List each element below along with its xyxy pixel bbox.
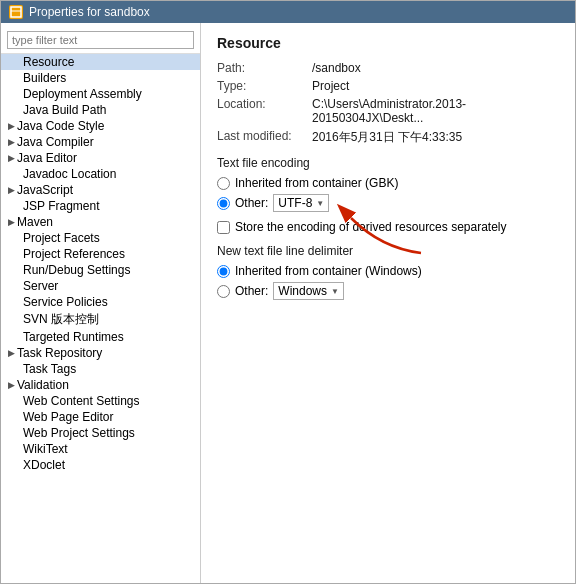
encoding-dropdown[interactable]: UTF-8 ▼ — [273, 194, 329, 212]
sidebar-item-web-content-settings[interactable]: Web Content Settings — [1, 393, 200, 409]
sidebar-item-label-web-content-settings: Web Content Settings — [21, 394, 140, 408]
sidebar-item-web-project-settings[interactable]: Web Project Settings — [1, 425, 200, 441]
newline-dropdown[interactable]: Windows ▼ — [273, 282, 344, 300]
sidebar-item-label-service-policies: Service Policies — [21, 295, 108, 309]
right-panel: Resource Path:/sandboxType:ProjectLocati… — [201, 23, 575, 583]
sidebar-item-label-targeted-runtimes: Targeted Runtimes — [21, 330, 124, 344]
expand-arrow-java-editor: ▶ — [1, 153, 15, 163]
sidebar-item-task-repository[interactable]: ▶Task Repository — [1, 345, 200, 361]
sidebar-item-project-facets[interactable]: Project Facets — [1, 230, 200, 246]
sidebar-item-targeted-runtimes[interactable]: Targeted Runtimes — [1, 329, 200, 345]
expand-arrow-task-repository: ▶ — [1, 348, 15, 358]
sidebar-item-run-debug-settings[interactable]: Run/Debug Settings — [1, 262, 200, 278]
sidebar-item-svn[interactable]: SVN 版本控制 — [1, 310, 200, 329]
property-row: Type:Project — [217, 79, 559, 93]
sidebar-item-validation[interactable]: ▶Validation — [1, 377, 200, 393]
sidebar-item-label-run-debug-settings: Run/Debug Settings — [21, 263, 130, 277]
encoding-radio2-label: Other: — [235, 196, 268, 210]
property-label: Path: — [217, 61, 312, 75]
sidebar-item-label-web-project-settings: Web Project Settings — [21, 426, 135, 440]
encoding-dropdown-arrow: ▼ — [316, 199, 324, 208]
sidebar-item-server[interactable]: Server — [1, 278, 200, 294]
property-label: Last modified: — [217, 129, 312, 146]
newline-dropdown-value: Windows — [278, 284, 327, 298]
encoding-radio1[interactable] — [217, 177, 230, 190]
sidebar-item-wikitext[interactable]: WikiText — [1, 441, 200, 457]
sidebar-item-java-compiler[interactable]: ▶Java Compiler — [1, 134, 200, 150]
filter-wrap[interactable] — [1, 27, 200, 54]
property-value: /sandbox — [312, 61, 361, 75]
panel-title: Resource — [217, 35, 559, 51]
filter-input[interactable] — [7, 31, 194, 49]
sidebar-item-builders[interactable]: Builders — [1, 70, 200, 86]
expand-arrow-java-compiler: ▶ — [1, 137, 15, 147]
sidebar[interactable]: ResourceBuildersDeployment AssemblyJava … — [1, 23, 201, 583]
sidebar-item-label-java-code-style: Java Code Style — [15, 119, 104, 133]
sidebar-item-label-java-build-path: Java Build Path — [21, 103, 106, 117]
newline-radio2[interactable] — [217, 285, 230, 298]
property-row: Last modified:2016年5月31日 下午4:33:35 — [217, 129, 559, 146]
encoding-radio1-row[interactable]: Inherited from container (GBK) — [217, 176, 559, 190]
sidebar-item-label-resource: Resource — [21, 55, 74, 69]
sidebar-item-maven[interactable]: ▶Maven — [1, 214, 200, 230]
sidebar-item-service-policies[interactable]: Service Policies — [1, 294, 200, 310]
sidebar-item-label-java-editor: Java Editor — [15, 151, 77, 165]
sidebar-item-label-builders: Builders — [21, 71, 66, 85]
sidebar-item-label-task-tags: Task Tags — [21, 362, 76, 376]
sidebar-item-xdoclet[interactable]: XDoclet — [1, 457, 200, 473]
encoding-checkbox-label: Store the encoding of derived resources … — [235, 220, 507, 234]
sidebar-item-label-project-facets: Project Facets — [21, 231, 100, 245]
encoding-radio2-row[interactable]: Other: UTF-8 ▼ — [217, 194, 559, 212]
sidebar-item-label-deployment-assembly: Deployment Assembly — [21, 87, 142, 101]
sidebar-item-label-server: Server — [21, 279, 58, 293]
newline-section-header: New text file line delimiter — [217, 244, 559, 258]
sidebar-item-label-jsp-fragment: JSP Fragment — [21, 199, 99, 213]
sidebar-item-web-page-editor[interactable]: Web Page Editor — [1, 409, 200, 425]
content-area: ResourceBuildersDeployment AssemblyJava … — [1, 23, 575, 583]
sidebar-item-javadoc-location[interactable]: Javadoc Location — [1, 166, 200, 182]
properties-window: Properties for sandbox ResourceBuildersD… — [0, 0, 576, 584]
property-label: Location: — [217, 97, 312, 125]
expand-arrow-validation: ▶ — [1, 380, 15, 390]
sidebar-item-label-java-compiler: Java Compiler — [15, 135, 94, 149]
sidebar-item-java-build-path[interactable]: Java Build Path — [1, 102, 200, 118]
property-label: Type: — [217, 79, 312, 93]
tree-container: ResourceBuildersDeployment AssemblyJava … — [1, 54, 200, 473]
sidebar-item-java-code-style[interactable]: ▶Java Code Style — [1, 118, 200, 134]
newline-radio2-row[interactable]: Other: Windows ▼ — [217, 282, 559, 300]
newline-radio1[interactable] — [217, 265, 230, 278]
sidebar-item-resource[interactable]: Resource — [1, 54, 200, 70]
sidebar-item-javascript[interactable]: ▶JavaScript — [1, 182, 200, 198]
newline-radio1-label: Inherited from container (Windows) — [235, 264, 422, 278]
sidebar-item-label-svn: SVN 版本控制 — [21, 311, 99, 328]
title-bar: Properties for sandbox — [1, 1, 575, 23]
properties-container: Path:/sandboxType:ProjectLocation:C:\Use… — [217, 61, 559, 146]
encoding-radio2[interactable] — [217, 197, 230, 210]
encoding-section-header: Text file encoding — [217, 156, 559, 170]
sidebar-item-label-javascript: JavaScript — [15, 183, 73, 197]
sidebar-item-deployment-assembly[interactable]: Deployment Assembly — [1, 86, 200, 102]
sidebar-item-project-references[interactable]: Project References — [1, 246, 200, 262]
sidebar-item-task-tags[interactable]: Task Tags — [1, 361, 200, 377]
property-value: 2016年5月31日 下午4:33:35 — [312, 129, 462, 146]
encoding-checkbox[interactable] — [217, 221, 230, 234]
property-value: C:\Users\Administrator.2013-20150304JX\D… — [312, 97, 559, 125]
expand-arrow-javascript: ▶ — [1, 185, 15, 195]
property-row: Location:C:\Users\Administrator.2013-201… — [217, 97, 559, 125]
sidebar-item-label-web-page-editor: Web Page Editor — [21, 410, 114, 424]
sidebar-item-label-maven: Maven — [15, 215, 53, 229]
sidebar-item-jsp-fragment[interactable]: JSP Fragment — [1, 198, 200, 214]
expand-arrow-maven: ▶ — [1, 217, 15, 227]
encoding-radio1-label: Inherited from container (GBK) — [235, 176, 398, 190]
newline-radio1-row[interactable]: Inherited from container (Windows) — [217, 264, 559, 278]
encoding-dropdown-value: UTF-8 — [278, 196, 312, 210]
sidebar-item-label-validation: Validation — [15, 378, 69, 392]
newline-radio2-label: Other: — [235, 284, 268, 298]
property-row: Path:/sandbox — [217, 61, 559, 75]
sidebar-item-label-project-references: Project References — [21, 247, 125, 261]
encoding-checkbox-row[interactable]: Store the encoding of derived resources … — [217, 220, 559, 234]
svg-rect-0 — [11, 7, 21, 17]
sidebar-item-java-editor[interactable]: ▶Java Editor — [1, 150, 200, 166]
sidebar-item-label-wikitext: WikiText — [21, 442, 68, 456]
sidebar-item-label-task-repository: Task Repository — [15, 346, 102, 360]
